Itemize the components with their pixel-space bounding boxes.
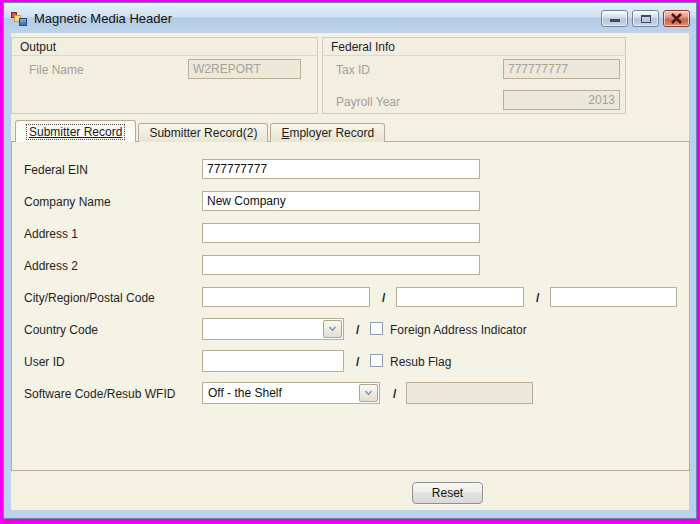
separator-slash: / (382, 291, 385, 305)
tab-employer-record-label: Employer Record (281, 126, 374, 140)
address-1-input[interactable] (202, 223, 480, 243)
region-input[interactable] (396, 287, 524, 307)
resub-wfid-input (406, 382, 533, 404)
tab-submitter-record[interactable]: Submitter Record (15, 120, 136, 142)
user-id-label: User ID (24, 355, 65, 369)
tab-submitter-record-2-label: Submitter Record(2) (149, 126, 257, 140)
country-code-label: Country Code (24, 323, 98, 337)
reset-button[interactable]: Reset (412, 482, 483, 504)
company-name-label: Company Name (24, 195, 111, 209)
country-code-combobox[interactable] (202, 318, 344, 340)
software-code-value: Off - the Shelf (208, 386, 282, 400)
close-button[interactable] (663, 10, 690, 27)
window-title: Magnetic Media Header (34, 11, 172, 26)
maximize-button[interactable] (632, 10, 659, 27)
resub-flag-checkbox[interactable] (370, 354, 383, 367)
payroll-year-label: Payroll Year (336, 95, 400, 109)
country-code-dropdown-button[interactable] (323, 320, 342, 338)
tab-employer-record[interactable]: Employer Record (270, 123, 385, 142)
tax-id-input (503, 59, 620, 79)
window-frame: Magnetic Media Header Output (3, 2, 697, 519)
chevron-down-icon (364, 390, 373, 396)
maximize-icon (641, 15, 651, 23)
foreign-address-indicator-label: Foreign Address Indicator (390, 323, 527, 337)
output-group-title: Output (12, 38, 317, 56)
address-2-input[interactable] (202, 255, 480, 275)
federal-ein-label: Federal EIN (24, 163, 88, 177)
address-2-label: Address 2 (24, 259, 78, 273)
address-1-label: Address 1 (24, 227, 78, 241)
separator-slash: / (356, 323, 359, 337)
client-area: Output File Name Federal Info Tax ID Pay… (11, 33, 689, 510)
user-id-input[interactable] (202, 350, 344, 372)
tab-submitter-record-label: Submitter Record (26, 124, 125, 140)
minimize-button[interactable] (601, 10, 628, 27)
minimize-icon (610, 19, 620, 22)
separator-slash: / (393, 387, 396, 401)
file-name-label: File Name (29, 63, 84, 77)
resub-flag-label: Resub Flag (390, 355, 451, 369)
payroll-year-input (503, 90, 620, 110)
postal-code-input[interactable] (550, 287, 677, 307)
title-bar[interactable]: Magnetic Media Header (4, 3, 696, 33)
close-icon (670, 13, 683, 24)
window-controls (601, 10, 690, 27)
city-region-postal-label: City/Region/Postal Code (24, 291, 155, 305)
software-code-dropdown-button[interactable] (359, 384, 378, 402)
submitter-record-page: Federal EIN Company Name Address 1 Addre… (11, 141, 690, 471)
city-input[interactable] (202, 287, 370, 307)
form-app-icon (11, 10, 27, 26)
tab-submitter-record-2[interactable]: Submitter Record(2) (138, 123, 268, 142)
software-code-label: Software Code/Resub WFID (24, 387, 175, 401)
tax-id-label: Tax ID (336, 63, 370, 77)
chevron-down-icon (328, 326, 337, 332)
federal-ein-input[interactable] (202, 159, 480, 179)
window-highlight-border: Magnetic Media Header Output (0, 0, 700, 524)
tab-strip: Submitter Record Submitter Record(2) Emp… (15, 120, 387, 142)
company-name-input[interactable] (202, 191, 480, 211)
federal-info-group-title: Federal Info (323, 38, 625, 56)
foreign-address-indicator-checkbox[interactable] (370, 322, 383, 335)
software-code-combobox[interactable]: Off - the Shelf (202, 382, 380, 404)
separator-slash: / (536, 291, 539, 305)
file-name-input (188, 59, 301, 79)
separator-slash: / (356, 355, 359, 369)
